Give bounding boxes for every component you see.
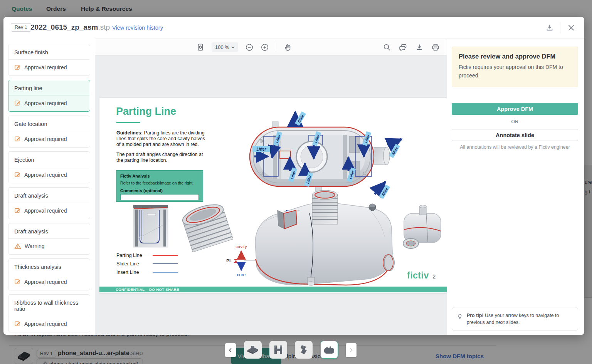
comments-icon[interactable] [399,43,407,52]
sidebar-item-rib-boss-to-wall-thickness-ratio[interactable]: Rib/boss to wall thickness ratioApproval… [8,294,90,332]
lightbulb-icon [457,312,463,321]
sidebar-item-draft-analysis[interactable]: Draft analysisApproval required [8,187,90,219]
pdf-viewer: 100 % [95,39,447,335]
zoom-level-dropdown[interactable]: 100 % [212,42,238,52]
svg-text:core: core [237,272,246,277]
modal-title: 2022_0615_zp_asm.stp [30,23,110,32]
download-icon[interactable] [545,23,554,32]
edit-icon [14,136,21,142]
download-icon[interactable] [415,43,424,52]
svg-text:Lifter: Lifter [257,147,267,151]
svg-text:Lifter: Lifter [275,134,281,143]
or-divider: OR [447,119,583,124]
search-icon[interactable] [383,43,391,52]
pan-hand-icon[interactable] [283,43,292,52]
chevron-down-icon [231,46,235,49]
header-separator [560,22,560,33]
sidebar-item-thickness-analysis[interactable]: Thickness analysisApproval required [8,258,90,290]
svg-text:Lifter: Lifter [290,170,296,179]
analysis-body: Refer to the feedback/image on the right… [120,181,199,185]
topic-title: Draft analysis [8,188,90,203]
edit-icon [14,207,21,214]
print-icon[interactable] [431,43,440,52]
slide-title: Parting Line [116,106,176,117]
fit-page-icon[interactable] [196,43,205,52]
chevron-left-icon [227,347,234,353]
sidebar-item-gate-location[interactable]: Gate locationApproval required [8,116,90,148]
pro-tip-text: Pro tip! Use your arrow keys to navigate… [467,312,572,326]
part-thumbnail-bracket[interactable] [269,341,287,359]
svg-text:Lifter: Lifter [306,174,312,184]
topic-status: Approval required [8,274,90,290]
cad-shell-top-view [250,122,390,191]
pro-tip-box: Pro tip! Use your arrow keys to navigate… [452,307,578,331]
svg-text:cavity: cavity [235,244,247,249]
guidelines-text-2: The part draft angles change direction a… [116,152,207,163]
comments-label: Comments (optional) [120,188,199,193]
topic-title: Draft analysis [8,223,90,239]
slide-page-number: 2 [432,273,436,280]
edit-icon [14,320,21,327]
topic-title: Surface finish [8,44,90,60]
part-thumbnail-box[interactable] [320,341,338,359]
confidential-bar: CONFIDENTIAL – DO NOT SHARE [99,287,447,292]
comments-input[interactable] [120,194,199,200]
sidebar-item-parting-line[interactable]: Parting lineApproval required [8,80,90,112]
dfm-slide: Parting Line Guidelines: Parting lines a… [99,98,447,293]
close-icon[interactable] [567,23,576,32]
cad-side-part [403,205,441,249]
svg-text:PL: PL [226,258,232,263]
zoom-in-icon[interactable] [261,43,269,52]
rev-badge: Rev 1 [11,23,31,32]
topic-title: Gate location [8,116,90,131]
slide-arrows [294,112,402,225]
approval-body: Fictiv requires your approval on this DF… [459,63,571,80]
viewer-canvas: Parting Line Guidelines: Parting lines a… [95,55,447,335]
parting-line-diagram: cavity PL core [226,244,256,277]
sidebar-item-draft-analysis[interactable]: Draft analysisWarning [8,223,90,255]
svg-text:Lifter: Lifter [364,134,370,143]
topic-status: Approval required [8,203,90,219]
topic-title: Thickness analysis [8,259,90,274]
legend-row: Insert Line [116,268,178,277]
carousel-prev-button[interactable] [225,343,236,357]
svg-text:Lifter: Lifter [314,134,320,143]
annotation-caption: All annotations will be reviewed by a Fi… [447,144,583,150]
edit-icon [14,100,21,106]
svg-text:Slide: Slide [285,213,292,222]
legend-row: Slider Line [116,260,178,268]
sidebar-item-surface-finish[interactable]: Surface finishApproval required [8,44,90,76]
cad-main-part [255,190,394,285]
edit-icon [14,278,21,285]
chevron-right-icon [348,347,354,353]
legend-row: Parting Line [116,251,178,260]
part-thumbnail-clip[interactable] [295,341,313,359]
view-revision-history-link[interactable]: View revision history [112,25,163,31]
sidebar-item-ejection[interactable]: EjectionApproval required [8,151,90,183]
svg-text:Lifter: Lifter [348,170,355,179]
zoom-out-icon[interactable] [245,43,254,52]
guidelines-text: Guidelines: Parting lines are the dividi… [116,130,207,147]
title-underline [116,122,140,123]
carousel-next-button[interactable] [346,343,357,357]
modal-header: Rev 1 2022_0615_zp_asm.stp View revision… [3,17,584,39]
analysis-title: Fictiv Analysis [120,174,199,178]
svg-text:Slide: Slide [381,187,388,196]
topic-title: Rib/boss to wall thickness ratio [8,295,90,316]
fictiv-logo: fictiv [407,270,429,281]
edit-icon [14,64,21,70]
approval-callout: Please review and approve DFM Fictiv req… [452,47,578,87]
screen: Quotes Orders Help & Resources All DFM t… [0,0,592,364]
viewer-toolbar: 100 % [95,39,447,55]
annotate-slide-button[interactable]: Annotate slide [452,129,578,141]
cad-threaded-boss [180,201,233,252]
topic-status: Approval required [8,316,90,332]
lifter-tags: Lifter Lifter Lifter Lifter Lifter Lifte… [252,131,371,187]
edit-icon [14,171,21,178]
approval-panel: Please review and approve DFM Fictiv req… [447,39,584,335]
topic-status: Approval required [8,96,90,111]
fictiv-analysis-box: Fictiv Analysis Refer to the feedback/im… [116,170,203,202]
approve-dfm-button[interactable]: Approve DFM [452,103,578,115]
part-thumbnail-plate[interactable] [244,341,262,359]
cad-slider-detail [133,205,168,247]
